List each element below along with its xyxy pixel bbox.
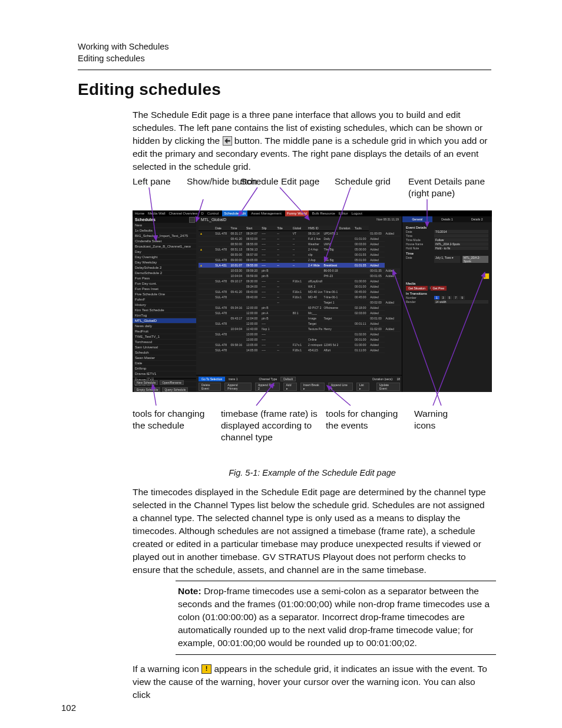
grid-column-header[interactable]: HMS ID (307, 226, 322, 231)
event-tool-button[interactable]: Append Part 2 (255, 383, 280, 391)
schedules-list-item[interactable]: Five Schedule One (133, 292, 196, 297)
grid-column-header[interactable] (199, 226, 214, 231)
schedules-list-item[interactable]: Cinderella Sweet (133, 239, 196, 244)
goto-selection-button[interactable]: Go To Selection (199, 377, 225, 381)
grid-column-header[interactable]: Start (245, 226, 260, 231)
timemode-field[interactable]: Follow (434, 238, 488, 242)
event-tool-button[interactable]: Insert Break ▸ (300, 383, 325, 391)
grid-column-header[interactable]: Date (214, 226, 229, 231)
schedules-list-item[interactable]: Kim Test Schedule (133, 308, 196, 313)
transition-chip[interactable]: 5 (447, 296, 452, 299)
grid-row[interactable]: SUL-47809:43:00------F16s:1MD-40T-line-0… (199, 295, 400, 300)
hold-field[interactable]: Hold - to fix (434, 246, 488, 250)
grid-column-header[interactable]: Slip (260, 226, 276, 231)
menu-item[interactable]: Control (207, 212, 219, 215)
schedules-list-item[interactable]: Sean Master (133, 355, 196, 361)
menu-item[interactable]: Asset Management (251, 212, 282, 215)
schedules-list-item[interactable]: Scheduh (133, 350, 196, 355)
grid-column-header[interactable]: Time (230, 226, 245, 231)
grid-column-header[interactable]: Tools (353, 226, 369, 231)
menu-item[interactable]: Home (135, 212, 144, 215)
schedules-list-item[interactable]: BIG_Schedule_Import_Test_2475 (133, 233, 196, 239)
schedule-tool-button[interactable]: New Schedule (134, 380, 158, 385)
menu-item[interactable]: Media Wall (148, 212, 165, 215)
channel-type-select[interactable]: Default (280, 377, 296, 381)
menu-item[interactable]: Channel Overview (168, 212, 197, 215)
event-tool-button[interactable]: Delete Event (199, 383, 221, 391)
schedules-list-item[interactable]: Drama IETV1 (133, 371, 196, 377)
transition-chip[interactable]: 9 (459, 296, 465, 299)
grid-row[interactable]: SLA-43110:01:0709:55:00--------2.4 WideB… (199, 263, 400, 268)
grid-row[interactable]: SUL-47809:34:1612:00:00pin B60 PICT 2Off… (199, 305, 400, 311)
showhide-button[interactable] (189, 217, 195, 223)
date2-field[interactable]: July 1, Tues ▾ (434, 256, 460, 263)
grid-row[interactable]: SUL-47808:31:1708:34:07------VT08:31:14U… (199, 231, 400, 236)
transition-chip[interactable]: 7 (453, 296, 458, 299)
grid-row[interactable]: 10:04:0412:43:00Nup 1Texture Part 1Henry… (199, 327, 400, 332)
details-redbtn-2[interactable]: Get Prev (431, 286, 447, 291)
details-tab[interactable]: Details 2 (462, 216, 492, 222)
schedule-tool-button[interactable]: Open/Rename (160, 380, 184, 385)
grid-column-header[interactable]: Global (292, 226, 307, 231)
event-tool-button[interactable]: Append Line ▸ (328, 383, 353, 391)
transition-chip[interactable]: 3 (441, 296, 446, 299)
menu-item[interactable]: D (201, 212, 204, 215)
menu-item[interactable]: Funny World (285, 210, 309, 216)
grid-row[interactable]: 10:03:3009:59:20pin B86-00-0:18 Sys00:01… (199, 268, 400, 274)
schedules-list-item[interactable]: Fun Pass (133, 276, 196, 281)
schedules-list-item[interactable]: MTL_GlobalD (133, 318, 196, 324)
grid-row[interactable]: SUL-47812:00:00pin A80:1Mc___02:03:00Add… (199, 311, 400, 316)
schedules-list-item[interactable]: Day Overnight (133, 255, 196, 260)
grid-row[interactable]: SUL-47809:10:1709:30:00------F16s:1offLa… (199, 279, 400, 284)
grid-row[interactable]: SUL-47814:05:00------F18s:1454115Affort0… (199, 348, 400, 353)
time-field[interactable] (434, 234, 488, 238)
schedules-list-item[interactable]: Dale (133, 361, 196, 366)
menu-item[interactable]: Logout (352, 212, 362, 215)
schedules-list-item[interactable]: History (133, 302, 196, 308)
menu-item[interactable]: Editor (339, 212, 348, 215)
housename-field[interactable]: INTL_2DA 2-Spots (434, 242, 488, 246)
grid-row[interactable]: 13:00:00----Online00:01:00Added (199, 337, 400, 342)
schedule-tool-button[interactable]: Empty Schedule (134, 387, 160, 392)
grid-row[interactable]: --Target 100:02:00Added (199, 300, 400, 305)
date2-placeholder[interactable]: MTL_2DA 2-Spots (462, 256, 488, 263)
schedules-list-item[interactable]: News daily (133, 324, 196, 329)
grid-row[interactable]: 08:55:0008:57:00--------clip00:01:55Adde… (199, 252, 400, 258)
schedules-list-item[interactable]: Day (133, 249, 196, 255)
grid-column-header[interactable]: Title (276, 226, 291, 231)
schedules-list-item[interactable]: Torchwood (133, 340, 196, 345)
event-tool-button[interactable]: List ▸ (356, 383, 369, 391)
date-field[interactable]: 7/1/2014 (434, 230, 488, 233)
menu-item[interactable]: Schedule Edit (222, 210, 247, 216)
schedule-grid[interactable]: DateTimeStartSlipTitleGlobalHMS IDDurati… (199, 226, 400, 368)
grid-row[interactable]: 09:34:00------WK 200:01:00Added (199, 284, 400, 289)
grid-row[interactable]: SUL-47812:00:00----Target00:01:11Added (199, 321, 400, 327)
render-field[interactable]: 14 width (434, 300, 488, 304)
schedules-list-item[interactable]: Fun Pass Inset (133, 286, 196, 292)
schedules-list-item[interactable]: DemoSchedule 2 (133, 271, 196, 276)
grid-row[interactable]: SUL-47809:41:2009:43:00------F16s:1MD-40… (199, 289, 400, 295)
schedule-tool-button[interactable]: Query Schedule (162, 387, 188, 392)
schedules-list-item[interactable]: DelaySchedule 2 (133, 265, 196, 271)
grid-column-header[interactable] (322, 226, 338, 231)
transition-chip[interactable]: 1 (434, 296, 439, 299)
schedules-list-item[interactable]: 1x Defaults (133, 228, 196, 233)
grid-row[interactable]: SUL-47813:00:00----01:02:00Added (199, 332, 400, 337)
schedules-list-item[interactable]: Broadcast_Zone_B_Channel1_new (133, 244, 196, 249)
event-tool-button[interactable]: Add ▸ (283, 383, 297, 391)
details-redbtn-1[interactable]: Get Situation (406, 286, 428, 291)
update-event-button[interactable]: Update Event (376, 383, 400, 391)
schedules-list-item[interactable]: New (133, 223, 196, 228)
grid-row[interactable]: SUL-47808:51:1308:56:13--------2.4 AspTh… (199, 247, 400, 252)
grid-row[interactable]: SUL-47809:58:1613:05:00------F17s:12 min… (199, 342, 400, 348)
schedules-list-item[interactable]: RedFruit (133, 329, 196, 334)
details-tab[interactable]: General (402, 216, 432, 222)
grid-row[interactable]: 08:50:0008:55:00--------WeatherUWV00:03:… (199, 242, 400, 247)
schedules-list-item[interactable]: FohnF (133, 297, 196, 302)
grid-row[interactable]: SUL-47809:00:0009:05:00--------2 AspThe … (199, 258, 400, 263)
schedules-list-item[interactable]: TWE_TestTV_1 (133, 334, 196, 340)
menu-item[interactable]: Bulk Resource (312, 212, 335, 215)
schedules-list-item[interactable]: Day Weekday (133, 260, 196, 265)
schedules-list-item[interactable]: Sam Universal (133, 345, 196, 350)
details-tab[interactable]: Details 1 (432, 216, 462, 222)
